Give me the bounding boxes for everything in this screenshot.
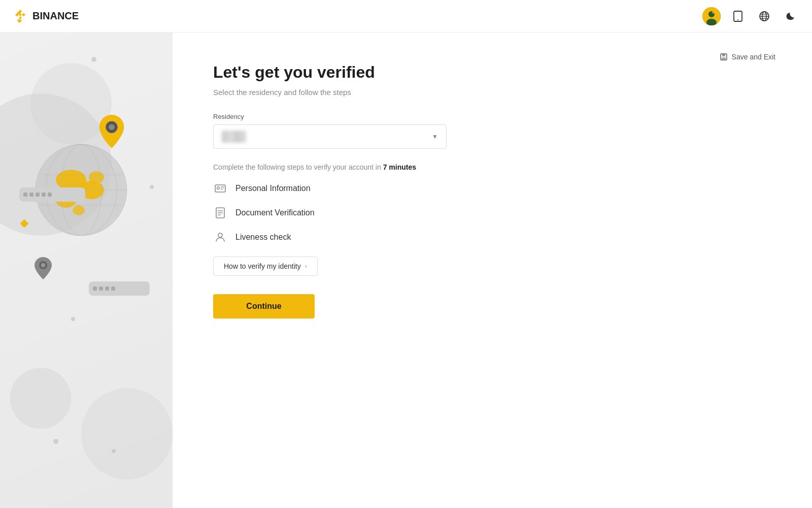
chevron-right-icon: › <box>305 263 307 270</box>
personal-info-label: Personal Information <box>235 184 311 193</box>
svg-point-31 <box>217 187 220 189</box>
id-card-icon <box>214 182 226 195</box>
main-layout: Save and Exit Let's get you verified Sel… <box>0 33 812 508</box>
dot-3 <box>53 439 58 444</box>
bubble-dot-b2 <box>99 287 103 291</box>
chevron-down-icon: ▼ <box>432 133 438 140</box>
document-icon <box>214 207 226 219</box>
flag-placeholder <box>222 131 246 143</box>
bubble-dot-1 <box>23 193 27 197</box>
globe-icon[interactable] <box>755 7 773 25</box>
verify-identity-link[interactable]: How to verify my identity › <box>213 257 318 276</box>
svg-rect-28 <box>722 54 725 56</box>
pin-large-svg <box>96 114 127 149</box>
bubble-dot-b4 <box>111 287 115 291</box>
chat-bubble-top <box>19 187 85 202</box>
bubble-dot-2 <box>29 193 33 197</box>
svg-rect-29 <box>722 57 726 59</box>
pin-small-svg <box>33 256 53 280</box>
bubble-dot-3 <box>36 193 40 197</box>
steps-intro-text: Complete the following steps to verify y… <box>213 163 771 171</box>
svg-point-26 <box>41 263 45 267</box>
svg-point-3 <box>712 11 715 14</box>
liveness-label: Liveness check <box>235 233 291 242</box>
step-personal-info: Personal Information <box>213 181 771 196</box>
liveness-icon <box>213 230 227 244</box>
bg-circle-small-1 <box>10 368 71 429</box>
bg-circle-small-2 <box>81 388 173 480</box>
pin-small <box>33 256 53 282</box>
person-icon <box>214 231 226 243</box>
step-doc-verify: Document Verification <box>213 206 771 220</box>
user-avatar[interactable] <box>702 7 721 25</box>
left-illustration-panel <box>0 33 173 508</box>
right-content: Save and Exit Let's get you verified Sel… <box>173 33 812 508</box>
globe-header-icon <box>759 11 770 22</box>
doc-verify-icon <box>213 206 227 220</box>
continue-button[interactable]: Continue <box>213 294 315 319</box>
svg-point-38 <box>218 233 222 237</box>
header-actions <box>702 7 800 25</box>
avatar-image <box>702 7 721 25</box>
moon-icon <box>785 11 796 22</box>
bubble-dot-4 <box>42 193 46 197</box>
bubble-dot-5 <box>48 193 52 197</box>
dot-2 <box>71 317 75 321</box>
bubble-dot-b3 <box>105 287 109 291</box>
dot-4 <box>112 449 116 453</box>
residency-select[interactable]: ▼ <box>213 124 447 149</box>
steps-intro-prefix: Complete the following steps to verify y… <box>213 163 383 171</box>
pin-large <box>96 114 127 151</box>
chat-bubble-bottom <box>89 281 150 296</box>
page-title: Let's get you verified <box>213 63 771 82</box>
binance-logo[interactable]: BINANCE <box>12 8 79 24</box>
step-liveness: Liveness check <box>213 230 771 244</box>
doc-verify-label: Document Verification <box>235 208 315 217</box>
svg-point-16 <box>73 205 85 215</box>
tablet-icon <box>732 11 743 22</box>
dark-mode-icon[interactable] <box>782 7 800 25</box>
svg-point-15 <box>89 171 104 183</box>
device-icon[interactable] <box>729 7 747 25</box>
save-exit-button[interactable]: Save and Exit <box>714 49 782 65</box>
save-icon <box>720 53 728 61</box>
steps-time: 7 minutes <box>383 163 416 171</box>
binance-logo-icon <box>12 8 28 24</box>
save-exit-label: Save and Exit <box>732 53 775 61</box>
svg-point-5 <box>737 19 738 20</box>
steps-list: Personal Information Document Verificati… <box>213 181 771 244</box>
bubble-dot-b1 <box>93 287 97 291</box>
residency-flag-area <box>222 131 246 143</box>
dot-5 <box>150 185 154 189</box>
page-subtitle: Select the residency and follow the step… <box>213 88 771 97</box>
logo-text: BINANCE <box>32 10 79 22</box>
dot-1 <box>91 57 96 62</box>
residency-label: Residency <box>213 113 771 120</box>
verify-link-label: How to verify my identity <box>224 262 301 270</box>
personal-info-icon <box>213 181 227 196</box>
continue-label: Continue <box>246 302 281 311</box>
header: BINANCE <box>0 0 812 33</box>
svg-point-24 <box>109 124 115 130</box>
